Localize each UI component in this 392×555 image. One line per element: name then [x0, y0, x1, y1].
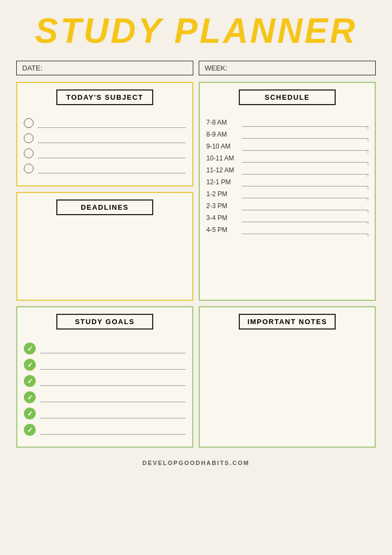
- goal-line-6: [40, 425, 186, 435]
- time-slot: 3-4 PM: [206, 214, 368, 222]
- subject-list: [24, 118, 186, 173]
- goal-line-2: [40, 360, 186, 370]
- subject-checkbox-4[interactable]: [24, 164, 34, 173]
- today-subject-section: TODAY'S SUBJECT: [16, 82, 193, 186]
- goal-item: ✓: [24, 424, 186, 436]
- goal-line-4: [40, 392, 186, 402]
- goal-item: ✓: [24, 408, 186, 420]
- subject-line-2: [38, 133, 186, 143]
- schedule-section: SCHEDULE 7-8 AM 8-9 AM 9-10 AM 10-11 AM …: [199, 82, 376, 301]
- subject-line-3: [38, 149, 186, 158]
- goal-check-3[interactable]: ✓: [24, 375, 36, 387]
- subject-item: [24, 164, 186, 173]
- goal-item: ✓: [24, 391, 186, 403]
- deadlines-header: DEADLINES: [56, 199, 153, 215]
- footer: DEVELOPGOODHABITS.COM: [142, 460, 250, 466]
- goal-item: ✓: [24, 359, 186, 371]
- page-title: STUDY PLANNER: [35, 11, 357, 51]
- deadlines-section: DEADLINES: [16, 192, 193, 301]
- subject-line-1: [38, 118, 186, 128]
- time-slot: 1-2 PM: [206, 190, 368, 198]
- goal-item: ✓: [24, 343, 186, 354]
- subject-checkbox-2[interactable]: [24, 133, 34, 143]
- study-goals-section: STUDY GOALS ✓ ✓ ✓ ✓ ✓: [16, 306, 193, 448]
- study-goals-header: STUDY GOALS: [56, 314, 153, 330]
- time-slot: 8-9 AM: [206, 130, 368, 139]
- goal-check-1[interactable]: ✓: [24, 343, 36, 354]
- week-label: WEEK:: [205, 64, 227, 72]
- date-label: DATE:: [22, 64, 42, 72]
- schedule-header: SCHEDULE: [239, 89, 336, 105]
- subject-line-4: [38, 164, 186, 173]
- time-slot: 2-3 PM: [206, 202, 368, 210]
- goal-item: ✓: [24, 375, 186, 387]
- goal-line-1: [40, 344, 186, 353]
- today-subject-header: TODAY'S SUBJECT: [56, 89, 153, 105]
- subject-item: [24, 149, 186, 158]
- important-notes-header: IMPORTANT NOTES: [239, 314, 336, 330]
- notes-content[interactable]: [206, 343, 368, 440]
- subject-checkbox-3[interactable]: [24, 149, 34, 158]
- week-field[interactable]: WEEK:: [199, 61, 376, 75]
- date-field[interactable]: DATE:: [16, 61, 193, 75]
- subject-item: [24, 118, 186, 128]
- time-slot: 4-5 PM: [206, 225, 368, 234]
- subject-item: [24, 133, 186, 143]
- goals-list: ✓ ✓ ✓ ✓ ✓ ✓: [24, 343, 186, 436]
- goal-check-6[interactable]: ✓: [24, 424, 36, 436]
- time-slot: 10-11 AM: [206, 154, 368, 163]
- time-slot: 12-1 PM: [206, 178, 368, 186]
- goal-line-5: [40, 409, 186, 418]
- time-slot: 9-10 AM: [206, 142, 368, 151]
- deadlines-content[interactable]: [24, 228, 186, 293]
- goal-line-3: [40, 376, 186, 386]
- subject-checkbox-1[interactable]: [24, 118, 34, 128]
- goal-check-5[interactable]: ✓: [24, 408, 36, 420]
- date-week-row: DATE: WEEK:: [16, 61, 376, 75]
- goal-check-2[interactable]: ✓: [24, 359, 36, 371]
- goal-check-4[interactable]: ✓: [24, 391, 36, 403]
- important-notes-section: IMPORTANT NOTES: [199, 306, 376, 448]
- time-slot: 7-8 AM: [206, 118, 368, 127]
- time-slot: 11-12 AM: [206, 166, 368, 175]
